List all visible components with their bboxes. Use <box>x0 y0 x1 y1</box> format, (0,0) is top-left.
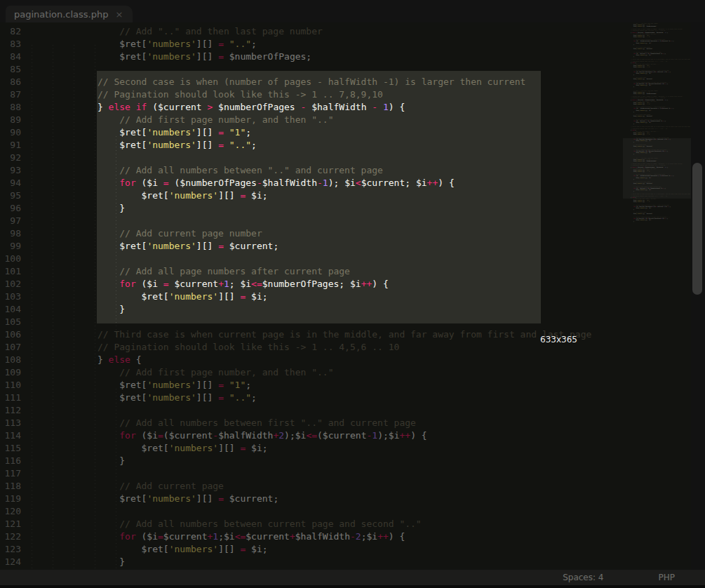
line-number: 123 <box>0 543 21 556</box>
code-line[interactable]: 90 $ret['numbers'][] = "1"; <box>0 126 691 139</box>
code-line[interactable]: 108 } else { <box>0 354 691 366</box>
code-line[interactable]: 111 $ret['numbers'][] = ".."; <box>0 392 691 404</box>
sublime-text-window: pagination.class.php × 82 // Add ".." an… <box>0 0 705 588</box>
code-line <box>623 222 691 224</box>
minimap-code: // Add ".." and then last page number $r… <box>623 22 691 89</box>
line-number: 106 <box>0 328 21 341</box>
code-lines: 82 // Add ".." and then last page number… <box>0 25 691 570</box>
scrollbar-track[interactable] <box>691 22 705 570</box>
line-number: 105 <box>0 316 21 328</box>
line-number: 114 <box>0 429 21 442</box>
line-number: 100 <box>0 253 21 265</box>
line-number: 101 <box>0 265 21 278</box>
scrollbar-thumb[interactable] <box>692 163 702 295</box>
line-number: 119 <box>0 493 21 505</box>
tab-close-icon[interactable]: × <box>115 10 123 19</box>
code-line[interactable]: 92 <box>0 152 691 164</box>
code-line[interactable]: 89 // Add first page number, and then ".… <box>0 114 691 126</box>
line-number: 83 <box>0 38 21 51</box>
tab-bar: pagination.class.php × <box>0 0 705 22</box>
code-line[interactable]: 123 $ret['numbers'][] = $i; <box>0 543 691 556</box>
line-number: 108 <box>0 354 21 366</box>
line-number: 99 <box>0 240 21 253</box>
line-number: 107 <box>0 341 21 354</box>
line-number: 94 <box>0 177 21 189</box>
code-line[interactable]: 96 } <box>0 202 691 215</box>
line-number: 88 <box>0 101 21 114</box>
line-number: 112 <box>0 404 21 417</box>
code-line[interactable]: 99 $ret['numbers'][] = $current; <box>0 240 691 253</box>
line-number: 91 <box>0 139 21 152</box>
code-line[interactable]: 122 for ($i=$current+1;$i<=$current+$hal… <box>0 530 691 543</box>
line-number: 115 <box>0 442 21 455</box>
code-line[interactable]: 121 // Add all numbers between current p… <box>0 518 691 530</box>
line-number: 96 <box>0 202 21 215</box>
line-number: 117 <box>0 467 21 480</box>
code-line[interactable]: 110 $ret['numbers'][] = "1"; <box>0 379 691 392</box>
line-number: 98 <box>0 227 21 240</box>
code-line[interactable]: 101 // Add all page numbers after curren… <box>0 265 691 278</box>
code-line[interactable]: 107 // Pagination should look like this … <box>0 341 691 354</box>
code-line[interactable]: 85 <box>0 63 691 76</box>
code-line[interactable]: 97 <box>0 215 691 227</box>
code-line[interactable]: 106 // Third case is when current page i… <box>0 328 691 341</box>
code-line[interactable]: 86 // Second case is when (number of pag… <box>0 76 691 88</box>
code-line[interactable]: 114 for ($i=($current-$halfWidth+2);$i<=… <box>0 429 691 442</box>
window-bottom-edge <box>0 585 705 588</box>
status-bar: Spaces: 4 PHP <box>0 570 705 585</box>
code-line[interactable]: 112 <box>0 404 691 417</box>
code-line[interactable]: 94 for ($i = ($numberOfPages-$halfWidth-… <box>0 177 691 189</box>
code-line[interactable]: 118 // Add current page <box>0 480 691 493</box>
line-number: 87 <box>0 88 21 101</box>
line-number: 90 <box>0 126 21 139</box>
line-number: 86 <box>0 76 21 88</box>
status-indent-setting[interactable]: Spaces: 4 <box>563 573 603 582</box>
code-line[interactable]: 91 $ret['numbers'][] = ".."; <box>0 139 691 152</box>
code-line[interactable]: 102 for ($i = $current+1; $i<=$numberOfP… <box>0 278 691 290</box>
line-number: 92 <box>0 152 21 164</box>
line-number: 103 <box>0 290 21 303</box>
code-line[interactable]: 88 } else if ($current > $numberOfPages … <box>0 101 691 114</box>
line-number: 110 <box>0 379 21 392</box>
line-number: 122 <box>0 530 21 543</box>
code-line[interactable]: 117 <box>0 467 691 480</box>
code-line[interactable]: 87 // Pagination should look like this -… <box>0 88 691 101</box>
line-number: 104 <box>0 303 21 316</box>
code-line[interactable]: 116 } <box>0 455 691 467</box>
line-number: 116 <box>0 455 21 467</box>
line-number: 120 <box>0 505 21 518</box>
code-line[interactable]: 93 // Add all numbers between ".." and c… <box>0 164 691 177</box>
code-line[interactable]: 124 } <box>0 556 691 568</box>
capture-size-label: 633x365 <box>540 335 577 345</box>
code-line[interactable]: 119 $ret['numbers'][] = $current; <box>0 493 691 505</box>
line-number: 93 <box>0 164 21 177</box>
code-line[interactable]: 109 // Add first page number, and then "… <box>0 366 691 379</box>
code-line[interactable]: 83 $ret['numbers'][] = ".."; <box>0 38 691 51</box>
line-number: 95 <box>0 189 21 202</box>
tab-title: pagination.class.php <box>14 9 108 20</box>
code-line[interactable]: 120 <box>0 505 691 518</box>
line-number: 84 <box>0 51 21 63</box>
code-line[interactable]: 115 $ret['numbers'][] = $i; <box>0 442 691 455</box>
tab-pagination-class-php[interactable]: pagination.class.php × <box>6 6 133 22</box>
code-line[interactable]: 84 $ret['numbers'][] = $numberOfPages; <box>0 51 691 63</box>
line-number: 121 <box>0 518 21 530</box>
status-syntax-mode[interactable]: PHP <box>659 573 676 582</box>
code-line[interactable]: 100 <box>0 253 691 265</box>
code-line[interactable]: 82 // Add ".." and then last page number <box>0 25 691 38</box>
code-line[interactable]: 95 $ret['numbers'][] = $i; <box>0 189 691 202</box>
line-number: 124 <box>0 556 21 568</box>
code-line[interactable]: 104 } <box>0 303 691 316</box>
code-line[interactable]: 103 $ret['numbers'][] = $i; <box>0 290 691 303</box>
code-line[interactable]: 113 // Add all numbers between first "..… <box>0 417 691 429</box>
code-line[interactable]: 105 <box>0 316 691 328</box>
line-number: 97 <box>0 215 21 227</box>
line-number: 118 <box>0 480 21 493</box>
line-number: 85 <box>0 63 21 76</box>
code-line <box>623 88 691 89</box>
code-editor[interactable]: 82 // Add ".." and then last page number… <box>0 22 691 570</box>
minimap-viewport-indicator[interactable] <box>623 138 691 199</box>
line-number: 89 <box>0 114 21 126</box>
line-number: 109 <box>0 366 21 379</box>
code-line[interactable]: 98 // Add current page number <box>0 227 691 240</box>
